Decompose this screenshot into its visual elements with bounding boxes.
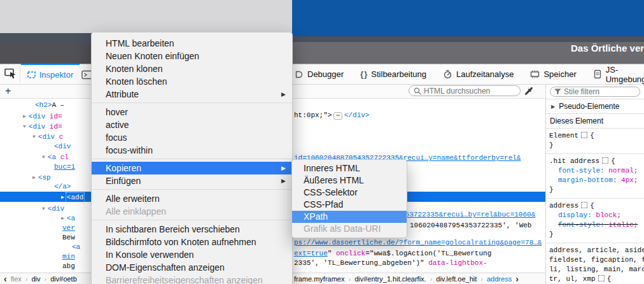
chevron-right-icon: ›	[430, 275, 433, 283]
highlight-target-icon[interactable]	[602, 157, 608, 164]
menu-item-copy[interactable]: Kopieren	[92, 162, 292, 174]
breadcrumb-forward-icon[interactable]: ›	[515, 274, 519, 284]
tab-style-editor[interactable]: { } Stilbearbeitung	[360, 64, 426, 85]
markup-line[interactable]: min	[62, 253, 75, 261]
markup-line-selected[interactable]: ▶<add	[61, 193, 83, 202]
menu-item-active[interactable]: active	[92, 118, 292, 131]
menu-item-hover[interactable]: hover	[92, 106, 292, 118]
submenu-item-outer-html[interactable]: Äußeres HTML	[292, 174, 407, 187]
style-filter-box[interactable]	[550, 87, 640, 97]
breadcrumb-item[interactable]: div	[31, 275, 40, 283]
markup-line[interactable]: 2335', 'TL_Bewertung_abgeben')" data-lig…	[294, 259, 487, 267]
markup-line[interactable]: ▼<a cl	[42, 153, 69, 162]
menu-item-show-dom-properties[interactable]: DOM-Eigenschaften anzeigen	[92, 261, 292, 274]
menu-item-clone-node[interactable]: Knoten klonen	[92, 62, 292, 75]
tab-style-editor-label: Stilbearbeitung	[371, 69, 426, 79]
css-rule-multi-selector[interactable]: address, article, aside fieldset, figcap…	[546, 243, 644, 284]
html-search-input[interactable]	[424, 87, 515, 96]
menu-item-paste[interactable]: Einfügen	[92, 174, 292, 187]
tab-memory[interactable]: Speicher	[530, 64, 576, 85]
highlight-target-icon[interactable]	[581, 132, 587, 138]
markup-line[interactable]: ht:0px;">⋯</div>	[294, 111, 369, 120]
html-search-box[interactable]	[409, 85, 521, 96]
expand-arrow-icon: ▶	[32, 174, 36, 180]
markup-line[interactable]: ver	[62, 224, 75, 232]
menu-item-scroll-into-view[interactable]: In sichtbaren Bereich verschieben	[92, 223, 292, 236]
markup-line[interactable]: ps://www.dasoertliche.de/?form_name=golo…	[294, 239, 542, 247]
chevron-right-icon: ›	[348, 275, 351, 283]
menu-item-insert-node[interactable]: Neuen Knoten einfügen	[92, 50, 292, 62]
menu-separator	[92, 187, 292, 192]
css-rule-address[interactable]: address{ display: block; font-style: ita…	[546, 199, 644, 243]
collapse-arrow-icon: ▼	[32, 134, 36, 139]
menu-item-attributes[interactable]: Attribute	[92, 88, 292, 101]
submenu-item-inner-html[interactable]: Inneres HTML	[292, 162, 407, 174]
breadcrumb-item[interactable]: frame.myframex	[294, 275, 344, 283]
markup-line[interactable]: 353722335&recui…by=rel&buc=1060&	[401, 211, 535, 219]
tab-inspector-label: Inspektor	[39, 70, 73, 80]
pseudo-elements-section[interactable]: ▶ Pseudo-Elemente	[546, 99, 644, 114]
firefox-devtools-screenshot: Das Örtliche ver Inspektor	[0, 0, 644, 284]
menu-item-expand-all[interactable]: Alle erweitern	[92, 192, 292, 205]
expand-arrow-icon: ▶	[551, 104, 555, 110]
breadcrumb-back-icon[interactable]: ‹	[4, 274, 7, 284]
collapse-arrow-icon: ▼	[42, 206, 45, 211]
markup-line[interactable]: ▼<div	[42, 204, 64, 213]
breadcrumb-item[interactable]: div.left.oe_hit	[436, 275, 477, 283]
style-filter-row	[546, 85, 644, 99]
breadcrumb-item[interactable]: div#oetb	[50, 275, 77, 283]
tab-performance[interactable]: Laufzeitanalyse	[443, 64, 514, 85]
eyedropper-icon[interactable]	[524, 87, 534, 96]
style-filter-input[interactable]	[564, 87, 636, 96]
markup-line[interactable]: ext=true" onclick="wwa$.logAction('TL_Be…	[294, 250, 491, 258]
markup-line[interactable]: Bew	[62, 234, 75, 242]
breadcrumb-item-selected[interactable]: address	[487, 275, 512, 283]
markup-line[interactable]: ▶<sp	[32, 173, 51, 182]
filter-funnel-icon	[554, 89, 561, 95]
breadcrumb-item[interactable]: div#entry_1.hit.clearfix.	[354, 275, 426, 283]
submenu-item-css-path[interactable]: CSS-Pfad	[292, 199, 407, 211]
submenu-item-css-selector[interactable]: CSS-Selektor	[292, 187, 407, 199]
markup-line[interactable]: 1060204887954353722335', 'Web	[410, 222, 531, 230]
markup-line[interactable]: buc=1	[54, 163, 75, 171]
menu-item-accessibility-properties: Barrierefreiheitseigenschaften anzeigen	[92, 274, 292, 284]
memory-chip-icon	[530, 69, 540, 79]
search-icon	[414, 87, 421, 95]
menu-item-focus-within[interactable]: focus-within	[92, 144, 292, 157]
menu-item-use-in-console[interactable]: In Konsole verwenden	[92, 248, 292, 261]
add-node-button[interactable]: +	[5, 85, 11, 97]
css-rule-hit-address[interactable]: .hit address{ font-style: normal; margin…	[546, 154, 644, 199]
markup-line[interactable]: <div	[54, 143, 71, 151]
css-rule-element[interactable]: Element{ }	[546, 129, 644, 154]
pick-element-icon[interactable]	[4, 67, 18, 81]
markup-line[interactable]: ▶<a	[61, 214, 75, 223]
tab-inspector[interactable]: Inspektor	[21, 64, 80, 85]
inspector-icon	[27, 71, 36, 78]
collapse-arrow-icon: ▼	[23, 124, 26, 129]
highlight-target-icon[interactable]	[598, 275, 605, 281]
tab-js-environment-label: JS-Umgebung	[606, 65, 644, 84]
menu-item-delete-node[interactable]: Knoten löschen	[92, 75, 292, 88]
markup-line[interactable]: ▼<div id=	[23, 122, 62, 131]
markup-line[interactable]: <h2>A –	[35, 101, 64, 110]
menu-item-edit-html[interactable]: HTML bearbeiten	[92, 37, 292, 50]
highlight-target-icon[interactable]	[581, 202, 587, 208]
markup-line[interactable]: abg	[62, 262, 75, 271]
tab-debugger[interactable]: Debugger	[294, 64, 344, 85]
collapse-arrow-icon: ▼	[42, 154, 45, 160]
expand-arrow-icon: ▶	[23, 113, 26, 119]
tab-debugger-label: Debugger	[307, 69, 344, 79]
debugger-icon	[294, 70, 304, 79]
menu-item-screenshot-node[interactable]: Bildschirmfoto von Knoten aufnehmen	[92, 236, 292, 248]
markup-line[interactable]: ▼<div c	[32, 132, 63, 141]
context-menu: HTML bearbeiten Neuen Knoten einfügen Kn…	[91, 32, 293, 284]
collapsed-content-badge: ⋯	[333, 112, 342, 120]
breadcrumb-item[interactable]: flex	[11, 275, 22, 283]
submenu-item-xpath[interactable]: XPath	[292, 211, 407, 223]
menu-separator	[92, 218, 292, 223]
markup-line[interactable]: ▶<div id=	[23, 112, 62, 121]
tab-js-environment[interactable]: JS-Umgebung	[593, 64, 644, 85]
markup-line[interactable]: <a	[72, 243, 80, 252]
markup-line[interactable]: </a>	[54, 183, 71, 191]
menu-item-focus[interactable]: focus	[92, 131, 292, 144]
